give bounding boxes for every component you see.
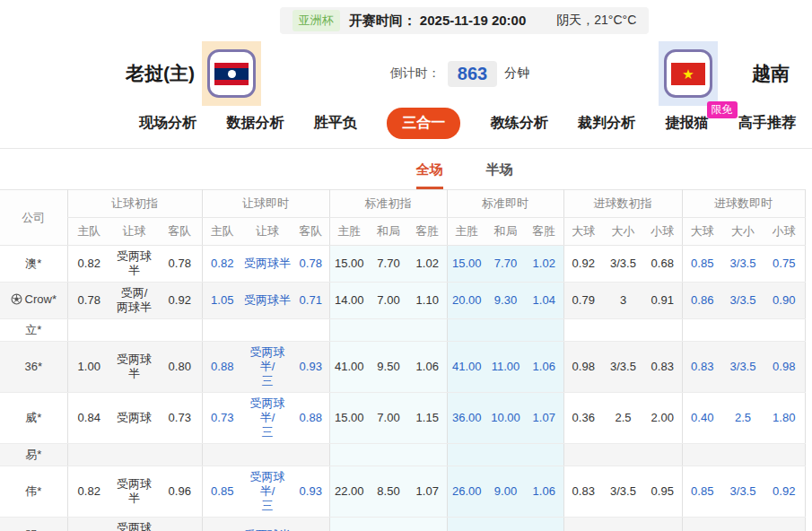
odds-cell [202, 319, 242, 342]
odds-cell: 9.30 [486, 283, 525, 319]
odds-cell [447, 444, 486, 466]
kickoff-time: 开赛时间： 2025-11-19 20:00 [349, 13, 527, 30]
odds-cell: 1.03 [764, 518, 805, 531]
odds-cell [329, 319, 369, 342]
company-header: 公司 [0, 190, 67, 246]
odds-cell [764, 319, 805, 342]
odds-cell: 0.84 [67, 393, 110, 444]
odds-cell: 0.79 [563, 283, 603, 319]
odds-cell: 3/3.5 [603, 466, 643, 518]
col-header: 大球 [682, 218, 722, 246]
company-cell: 威* [0, 393, 67, 444]
odds-cell [110, 444, 158, 466]
odds-cell: 0.73 [202, 393, 242, 444]
odds-cell [563, 444, 603, 466]
company-cell: 明* [0, 518, 67, 531]
tab-jiebao-cat-label: 捷报猫 [666, 115, 709, 130]
kickoff-value: 2025-11-19 20:00 [420, 13, 526, 28]
company-name: 威* [25, 411, 41, 424]
group-header-handicap-initial: 让球初指 [67, 190, 202, 218]
table-row: 立* [0, 319, 805, 342]
odds-cell: 9.50 [369, 342, 408, 393]
odds-cell: 1.00 [643, 518, 682, 531]
odds-cell [369, 319, 408, 342]
odds-cell: 7.00 [369, 393, 408, 444]
away-flag-frame: ★ [664, 49, 712, 98]
odds-cell: 0.71 [292, 283, 329, 319]
countdown-unit: 分钟 [504, 65, 529, 82]
weather-text: 阴天，21°C°C [556, 13, 636, 29]
odds-cell [329, 444, 369, 466]
col-header: 和局 [369, 218, 408, 246]
odds-cell: 7.70 [369, 246, 408, 283]
col-header: 大小 [603, 218, 643, 246]
tab-coach-analysis[interactable]: 教练分析 [491, 114, 548, 133]
subtab-full-match[interactable]: 全场 [416, 161, 443, 189]
company-cell: 伟* [0, 466, 67, 518]
odds-cell: 0.93 [292, 342, 329, 393]
odds-cell: 受两球半/ 三 [242, 342, 292, 393]
odds-cell: 0.40 [682, 393, 722, 444]
odds-cell: 0.85 [682, 246, 722, 283]
odds-cell: 41.00 [329, 342, 369, 393]
odds-cell: 0.80 [67, 518, 110, 531]
match-info-strip: 亚洲杯 开赛时间： 2025-11-19 20:00 阴天，21°C°C [280, 7, 650, 34]
top-info-bar: 亚洲杯 开赛时间： 2025-11-19 20:00 阴天，21°C°C [0, 0, 812, 34]
odds-cell: 1.02 [202, 518, 242, 531]
odds-cell: 16.00 [329, 518, 369, 531]
col-header: 让球 [242, 218, 292, 246]
odds-cell: 8.50 [369, 466, 408, 518]
odds-cell: 36.00 [447, 393, 486, 444]
odds-cell: 0.78 [158, 246, 202, 283]
odds-cell: 15.00 [329, 246, 369, 283]
odds-cell [643, 319, 682, 342]
odds-cell: 3/3.5 [603, 246, 643, 283]
odds-cell: 0.95 [643, 466, 682, 518]
odds-cell: 受两球半/ 三 [242, 466, 292, 518]
tab-win-draw-lose[interactable]: 胜平负 [314, 114, 357, 133]
company-name: 立* [25, 323, 41, 336]
table-row: Crow*0.78受两/ 两球半0.921.05受两球半0.7114.007.0… [0, 283, 805, 319]
main-nav: 现场分析 数据分析 胜平负 三合一 教练分析 裁判分析 捷报猫限免 高手推荐 [0, 109, 812, 149]
tab-data-analysis[interactable]: 数据分析 [226, 114, 284, 133]
odds-cell: 0.83 [682, 342, 722, 393]
tab-expert-picks[interactable]: 高手推荐 [738, 114, 796, 133]
company-name: Crow* [25, 292, 57, 306]
odds-cell: 0.68 [643, 246, 682, 283]
tab-three-in-one[interactable]: 三合一 [387, 108, 460, 139]
odds-cell: 3 [603, 283, 643, 319]
odds-cell: 0.83 [643, 342, 682, 393]
odds-cell [764, 444, 805, 466]
col-header: 客胜 [408, 218, 447, 246]
odds-cell [643, 444, 682, 466]
col-header: 小球 [643, 218, 682, 246]
subtab-half-match[interactable]: 半场 [486, 161, 513, 189]
odds-cell: 3/3.5 [722, 283, 764, 319]
odds-cell: 0.74 [292, 518, 329, 531]
col-header: 客队 [158, 218, 202, 246]
tab-live-analysis[interactable]: 现场分析 [139, 114, 196, 133]
odds-cell: 受两球半 [110, 246, 158, 283]
col-header: 主队 [202, 218, 242, 246]
odds-cell [722, 319, 764, 342]
odds-cell: 0.80 [158, 342, 202, 393]
odds-cell: 0.82 [67, 466, 110, 518]
odds-cell [722, 444, 764, 466]
col-header: 客队 [292, 218, 329, 246]
odds-cell: 3/3.5 [722, 342, 764, 393]
laos-flag-icon [214, 63, 249, 85]
odds-cell: 0.86 [682, 283, 722, 319]
odds-cell: 3/3.5 [722, 518, 764, 531]
odds-cell [202, 444, 242, 466]
odds-cell: 8.10 [369, 518, 408, 531]
company-cell: 36* [0, 342, 67, 393]
col-header: 让球 [110, 218, 158, 246]
odds-cell: 0.98 [563, 342, 603, 393]
odds-cell [292, 319, 329, 342]
tab-jiebao-cat[interactable]: 捷报猫限免 [666, 114, 709, 133]
tab-referee-analysis[interactable]: 裁判分析 [578, 114, 635, 133]
odds-cell: 受两/ 两球半 [110, 283, 158, 319]
company-name: 易* [25, 448, 41, 461]
odds-cell [408, 319, 447, 342]
odds-cell: 受两球 [110, 393, 158, 444]
